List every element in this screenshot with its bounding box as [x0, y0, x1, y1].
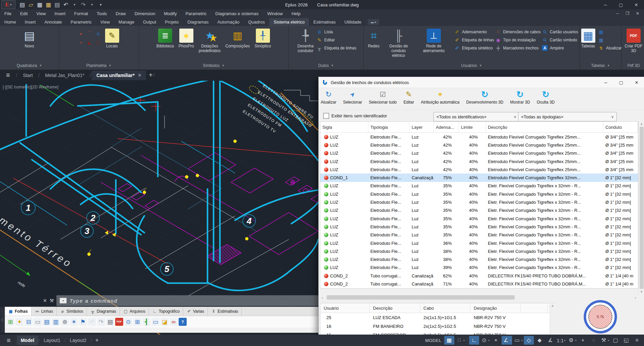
file-tab-1[interactable]: Start	[18, 71, 38, 80]
status-fullscreen-toggle[interactable]: ◱	[621, 336, 631, 345]
ribbon-tab-output[interactable]: Output	[139, 18, 160, 26]
ribbon-panel-label[interactable]: Quadratura▼	[0, 62, 59, 70]
panel-tab-varias[interactable]: ✐Varias	[183, 307, 208, 316]
dim-blue-icon[interactable]: ⊜	[95, 30, 102, 37]
table-row[interactable]: LUZEletroduto Fle...Luz35%40%Eletr. Flex…	[320, 206, 638, 215]
plot-icon[interactable]: ▤	[53, 1, 61, 9]
customize-commandline-icon[interactable]: ⚒	[50, 298, 54, 303]
table-row[interactable]: LUZEletroduto Fle...Luz42%40%Eletroduto …	[320, 141, 638, 149]
status-grid-toggle[interactable]: ▦	[444, 336, 454, 345]
table-row[interactable]: LUZEletroduto Fle...Luz36%40%Eletr. Flex…	[320, 239, 638, 247]
copy-sheet-icon[interactable]: ▤	[43, 318, 51, 326]
dialog-button-mostrar-3d[interactable]: ↻Mostrar 3D	[510, 90, 530, 105]
status-gear-toggle[interactable]: ⚙▾	[567, 336, 577, 345]
table-row[interactable]: LUZEletroduto Fle...Luz35%40%Eletr. Flex…	[320, 223, 638, 231]
qat-overflow-icon[interactable]: ▾	[97, 1, 105, 9]
slope-icon[interactable]: ◣	[86, 39, 93, 46]
sheets-save-icon[interactable]: ⊟	[25, 318, 33, 326]
status-plus-toggle[interactable]: +	[578, 336, 588, 345]
table-row[interactable]: LUZEletroduto Fle...Luz35%40%Eletr. Flex…	[320, 215, 638, 223]
redo-icon[interactable]: ↷	[79, 1, 87, 9]
status-isolate-toggle[interactable]: ◌	[589, 336, 599, 345]
new-drawing-button[interactable]: +	[149, 71, 153, 79]
menu-item-modify[interactable]: Modify	[159, 9, 181, 17]
undo-icon[interactable]: ↶	[62, 1, 70, 9]
column-header-descrição[interactable]: Descrição	[486, 122, 603, 132]
panel-tab-símbolos[interactable]: ⌀Símbolos	[57, 307, 87, 316]
open-folder-icon[interactable]: ▱	[27, 1, 35, 9]
bookmark-icon[interactable]: ⚑	[79, 318, 87, 326]
menu-item-parametric[interactable]: Parametric	[181, 9, 211, 17]
ribbon-button-cartão-símbolo[interactable]: ⚲Cartão símbolo	[542, 37, 578, 43]
ribbon-button-marcadores-trechos[interactable]: ╪Marcadores trechos	[495, 45, 541, 51]
status-graphics-toggle[interactable]: ▢	[610, 336, 620, 345]
chevron-down-icon[interactable]: ▾	[71, 1, 79, 9]
menu-item-tools[interactable]: Tools	[92, 9, 111, 17]
command-history-icon[interactable]: ▾	[59, 298, 67, 304]
column-header-conduto[interactable]: Conduto	[603, 122, 638, 132]
ribbon-button-tipo-de-instalação[interactable]: ◉Tipo de instalação	[495, 37, 541, 43]
menu-item-draw[interactable]: Draw	[111, 9, 130, 17]
drawing-viewport[interactable]: [-][SE Isometric][2D Wireframe]	[0, 81, 318, 335]
panel-tab-arquivos[interactable]: ▢Arquivos	[120, 307, 149, 316]
dialog-minimize-button[interactable]: ─	[598, 77, 613, 88]
ribbon-button-atualizar[interactable]: ↯Atualizar	[598, 45, 622, 51]
ribbon-tab-sistema-eletrico[interactable]: Sistema eletrico	[269, 18, 309, 26]
menu-item-dimension[interactable]: Dimension	[130, 9, 159, 17]
new-layout-button[interactable]: +	[95, 337, 99, 344]
column-header-layer[interactable]: Layer	[410, 122, 434, 132]
sheet-new-icon[interactable]: ⊞	[6, 318, 14, 326]
ribbon-button-redes[interactable]: ⌗Redes	[365, 28, 382, 49]
link-icon[interactable]: ∞	[170, 318, 178, 326]
status-dyninput-toggle[interactable]: ⌖	[491, 336, 501, 345]
paint-icon[interactable]: ◪	[160, 318, 169, 326]
dialog-button-atribuição-automática[interactable]: ✶Atribuição automática	[421, 90, 459, 105]
adjust-icon[interactable]: ┫	[142, 318, 150, 326]
dialog-maximize-button[interactable]: ▢	[613, 77, 629, 88]
scrollbar-thumb[interactable]	[640, 127, 644, 289]
dialog-button-oculta-3d[interactable]: ↻Oculta 3D	[537, 90, 555, 105]
panel-tab-linhas[interactable]: ≔Linhas	[32, 307, 57, 316]
command-input[interactable]: ▾ Type a command	[56, 295, 318, 306]
ribbon-button-sinóptico[interactable]: ╀Sinóptico	[253, 28, 273, 49]
app-logo-button[interactable]: E▾	[1, 0, 15, 9]
dialog-button-selecionar-tudo[interactable]: ☑Selecionar tudo	[369, 90, 397, 105]
ribbon-button-ampère[interactable]: AAmpère	[542, 45, 578, 51]
pdf-icon[interactable]: PDF	[115, 318, 123, 326]
dialog-title-bar[interactable]: Gestão de trechos de condutos elétricos …	[319, 77, 644, 88]
table-row[interactable]: LUZEletroduto Fle...Luz38%40%Eletr. Flex…	[320, 247, 638, 255]
menu-item-format[interactable]: Format	[70, 9, 92, 17]
status-hamburger-toggle[interactable]: ≡	[632, 336, 642, 345]
ribbon-panel-label[interactable]: Tabelas▼	[580, 62, 621, 70]
scroll-down-icon[interactable]: ∨	[640, 290, 643, 293]
ribbon-tab-annotate[interactable]: Annotate	[40, 18, 66, 26]
sheet-wizard-icon[interactable]: ✦	[15, 318, 24, 326]
ribbon-tab-view[interactable]: View	[96, 18, 114, 26]
dialog-button-atualizar[interactable]: ↻Atualizar	[321, 90, 336, 105]
ribbon-button-table-cards-icon[interactable]: ▦	[598, 29, 622, 35]
ribbon-options-button[interactable]: ▬ ▾	[368, 19, 379, 25]
panel-tab-topográfico[interactable]: ∟Topográfico	[149, 307, 183, 316]
status-polar-toggle[interactable]: ⊙▾	[480, 336, 490, 345]
table-row[interactable]: COND_2Tubo corrugat...Canalizaçã...71%40…	[320, 280, 638, 288]
menu-item-file[interactable]: File	[0, 9, 16, 17]
subcolumn-header-usuário[interactable]: Usuário	[320, 303, 370, 313]
redo-icon[interactable]: ↷	[97, 318, 105, 326]
subtable-row[interactable]: 16FM BANHEIRO2x(1x2.5)+1G2.5NBR-R2V 750 …	[320, 322, 554, 331]
tiles-icon[interactable]: ⊞	[133, 318, 141, 326]
subtable-header[interactable]: UsuárioDescriçãoCaboDesignação	[320, 303, 554, 313]
ribbon-tab-home[interactable]: Home	[0, 18, 20, 26]
chevron-down-icon[interactable]: ▾	[88, 1, 96, 9]
attach-icon[interactable]: ⊚	[61, 318, 69, 326]
file-tab-2[interactable]: Metal Jas_Plan01*	[40, 71, 89, 80]
scrollbar-thumb[interactable]	[327, 295, 515, 300]
menu-item-diagramas-e-sistemas[interactable]: Diagramas e sistemas	[211, 9, 263, 17]
ribbon-button-dotações-predefinidos[interactable]: ★Dotações predefinidos	[197, 28, 222, 54]
ribbon-button-novo[interactable]: ▤Novo	[21, 28, 38, 49]
subcolumn-header-cabo[interactable]: Cabo	[420, 303, 470, 313]
status-snaptrack-toggle[interactable]: ∡	[545, 336, 555, 345]
ribbon-panel-label[interactable]: Usuários▼	[364, 62, 580, 70]
dialog-close-button[interactable]: ✕	[629, 77, 644, 88]
table-row[interactable]: LUZEletroduto Fle...Luz35%40%Eletr. Flex…	[320, 182, 638, 190]
table-header[interactable]: SiglaTipologiaLayerAdensa...LimiteDescri…	[320, 122, 638, 133]
